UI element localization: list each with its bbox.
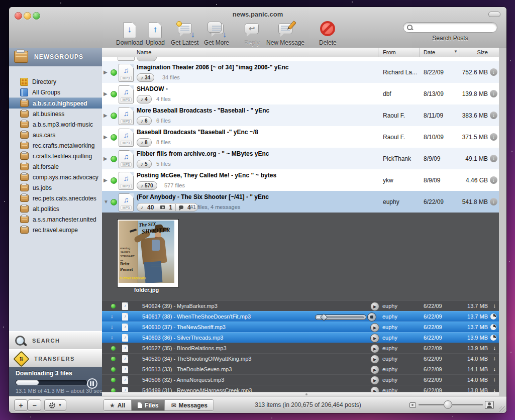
add-group-button[interactable]: + [14,399,28,411]
play-button[interactable]: ▶ [370,334,379,343]
download-group-button[interactable]: ↓ [490,68,497,76]
get-more-icon: ↓ [210,23,224,34]
disclosure-right-icon[interactable]: ▶ [104,134,108,140]
group-row[interactable]: ▶ ♫MP3 Imagination Theater 2006 [~ of 34… [102,61,499,83]
pause-transfers-button[interactable] [87,378,97,389]
download-group-button[interactable]: ↓ [490,155,497,162]
status-available-icon [111,134,117,141]
download-group-button[interactable]: ↓ [490,133,497,141]
file-row[interactable]: 540520 (34) - TheShootingOfWyattKing.mp3… [102,353,499,364]
file-row[interactable]: 540527 (35) - BloodRelations.mp3 ▶ euphy… [102,343,499,354]
media-count-badge: ♪40 1 4 [137,203,198,212]
column-header-date[interactable]: Date [424,49,435,55]
all-groups-icon [20,88,28,96]
download-file-icon[interactable]: ↓ [493,302,496,308]
get-latest-button[interactable]: ↓ Get Latest [171,20,198,46]
download-group-button[interactable]: ↓ [490,112,497,119]
get-more-button[interactable]: ↓ Get More [204,20,229,46]
column-header-size[interactable]: Size [477,49,488,55]
small-image-icon[interactable] [409,402,416,408]
toolbar-toggle-button[interactable] [488,12,500,17]
search-section-header[interactable]: SEARCH [9,331,102,350]
newsgroup-icon [20,194,29,202]
play-button[interactable]: ▶ [370,302,379,311]
group-row[interactable]: ▶ ♫MP3 SHADOW - ♪4 4 files dbf 8/13/09 1… [102,83,499,104]
file-row-downloading[interactable]: ↓ 540617 (38) - WhenTheShoeDoesn'tFit.mp… [102,311,499,322]
download-group-button[interactable]: ↓ [490,198,497,205]
sidebar-item-group-selected[interactable]: a.b.s.r.o.highspeed [9,97,102,109]
sidebar-item-group[interactable]: alt.business [9,109,102,119]
window-title: news.panic.com [9,11,506,18]
disclosure-down-icon[interactable]: ▼ [104,199,109,204]
file-row[interactable]: 540624 (39) - MyraBarker.mp3 ▶ euphy 6/2… [102,300,499,311]
attachment-thumbnail[interactable]: The SIX SHOOTER starring JAMES STEWART a… [117,219,179,287]
upload-button[interactable]: ↑ Upload [146,20,165,46]
disclosure-right-icon[interactable]: ▶ [104,177,108,183]
play-button[interactable]: ▶ [370,323,379,332]
column-header-from[interactable]: From [383,49,396,55]
transfers-section-header[interactable]: ⇅ TRANSFERS [9,349,102,368]
segment-all[interactable]: ★ All [104,400,131,410]
sidebar-item-group[interactable]: rec.travel.europe [9,225,102,235]
large-image-icon[interactable] [485,401,494,409]
sidebar-item-group[interactable]: rec.crafts.metalworking [9,140,102,151]
search-input[interactable] [403,22,497,33]
resize-grip[interactable] [499,406,505,412]
file-row[interactable]: 540513 (33) - TheDoubleSeven.mp3 ▶ euphy… [102,364,499,375]
sidebar-item-group[interactable]: a.s.s.manchester.united [9,214,102,225]
group-row[interactable]: ▶ ♫MP3 Posting McGee, They Called Me! - … [102,169,499,191]
play-button[interactable]: ▶ [370,355,379,364]
sidebar-item-group[interactable]: alt.forsale [9,161,102,172]
queued-clock-icon [490,335,496,341]
column-header-name[interactable]: Name [137,49,151,55]
play-button[interactable]: ▶ [370,376,379,385]
file-row-partial[interactable]: 540499 (31) - RevengeAtHarnessCreek.mp3 … [102,385,499,392]
group-row[interactable]: ▶ ♫MP3 More Baseball Broadcasts - "Baseb… [102,104,499,126]
group-row-selected[interactable]: ▼ ♫MP3 (For Anybody - The Six Shooter [~… [102,191,499,213]
sidebar-item-group[interactable]: aus.cars [9,130,102,140]
sidebar-item-group[interactable]: r.crafts.textiles.quilting [9,151,102,161]
action-menu-button[interactable]: ▼ [44,399,66,411]
download-file-icon[interactable]: ↓ [493,376,496,382]
directory-icon [20,78,28,86]
download-file-icon[interactable]: ↓ [493,345,496,351]
new-message-button[interactable]: New Message [266,20,304,46]
sidebar-item-group[interactable]: a.b.s.mp3.world-music [9,119,102,130]
sidebar-item-all-groups[interactable]: All Groups [9,87,102,97]
slider-thumb[interactable] [444,400,452,409]
download-file-icon[interactable]: ↓ [493,366,496,372]
horizontal-scrollbar[interactable] [102,392,499,396]
disclosure-right-icon[interactable]: ▶ [104,69,108,75]
disclosure-right-icon[interactable]: ▶ [104,91,108,96]
download-button[interactable]: ↓ Download [116,20,143,46]
play-button[interactable]: ▶ [370,344,379,353]
status-downloading-icon: ↓ [111,334,114,340]
sidebar-item-directory[interactable]: Directory [9,76,102,87]
transfers-pane: Downloading 3 files 13.1 MB of 41.3 MB –… [9,367,102,396]
reply-button[interactable]: ↩ Reply [244,20,260,46]
playback-progress-slider[interactable] [315,314,366,320]
sidebar-item-group[interactable]: rec.pets.cats.anecdotes [9,193,102,203]
sidebar-item-group[interactable]: alt.politics [9,203,102,214]
disclosure-right-icon[interactable]: ▶ [104,113,108,118]
sidebar-item-group[interactable]: us.jobs [9,182,102,193]
partially-scrolled-row [102,57,499,61]
download-group-button[interactable]: ↓ [490,90,497,97]
file-row[interactable]: 540506 (32) - AnnaNorquest.mp3 ▶ euphy 6… [102,374,499,385]
segment-messages[interactable]: ✉ Messages [164,400,213,410]
delete-button[interactable]: Delete [319,20,337,46]
download-group-button[interactable]: ↓ [490,176,497,184]
play-button[interactable]: ▶ [370,365,379,374]
download-file-icon[interactable]: ↓ [493,355,496,361]
segment-files[interactable]: Files [131,400,164,410]
sidebar-item-group[interactable]: comp.sys.mac.advocacy [9,172,102,182]
status-complete-icon [111,346,116,351]
stop-button[interactable] [367,312,376,322]
file-row-selected[interactable]: ↓ 540610 (37) - TheNewSheriff.mp3 ▶ euph… [102,322,499,333]
disclosure-right-icon[interactable]: ▶ [104,156,108,161]
group-row[interactable]: ▶ ♫MP3 Fibber fills from archive.org - "… [102,148,499,169]
newsgroup-icon [20,173,29,181]
file-row-selected[interactable]: ↓ 540603 (36) - SilverThreads.mp3 ▶ euph… [102,332,499,343]
group-row[interactable]: ▶ ♫MP3 Baseball Broadcasts "Baseball -" … [102,126,499,148]
remove-group-button[interactable]: − [28,399,41,411]
